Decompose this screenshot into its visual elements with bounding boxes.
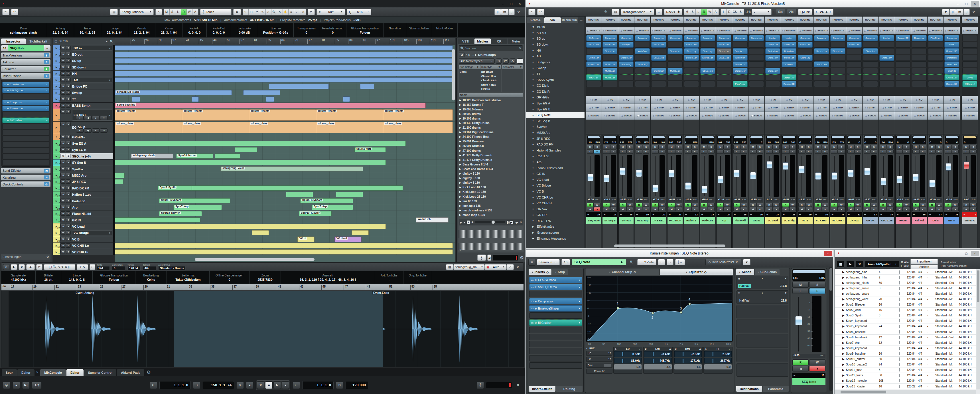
track-row-synvox[interactable]: ▶18msSynVox	[53, 166, 115, 172]
musical-mode-cell[interactable]	[898, 281, 905, 284]
insert-slot[interactable]	[749, 55, 764, 61]
inserts-rack-header[interactable]: INSERTS	[765, 27, 781, 34]
solo-button[interactable]: s	[66, 179, 71, 184]
write-button[interactable]: W	[724, 203, 731, 207]
track-color-tab[interactable]: ▶2	[53, 51, 60, 57]
strip-rack-header[interactable]: STRIP	[748, 104, 764, 112]
arrangement-lane[interactable]: Spur3 bassline	[115, 103, 455, 109]
insert-slot[interactable]	[749, 61, 764, 67]
channel-list-item[interactable]: ●VC Lead	[526, 177, 584, 183]
bypass-icon[interactable]: ▭	[4, 83, 6, 86]
info-field-transponieren[interactable]: Transponieren0	[294, 23, 319, 37]
insert-slot[interactable]: Multib...er	[668, 68, 682, 74]
filter-gear-icon[interactable]: ⚙	[510, 59, 516, 64]
tab-inserts[interactable]: ●Inserts◇	[529, 269, 552, 275]
track-row-eg-dis-r[interactable]: ▶12msEG Dis R●◀e∞	[53, 121, 115, 134]
tab-insert-effekte[interactable]: Insert-Effekte	[529, 386, 555, 392]
channel-list-item[interactable]: ●VC B	[526, 188, 584, 195]
solo-button[interactable]: S	[887, 145, 894, 149]
mute-button[interactable]: M	[792, 282, 809, 287]
mute-button[interactable]: M	[685, 145, 692, 149]
edit-button[interactable]: E	[708, 150, 714, 154]
insert-slot[interactable]: ▭eCompressor▼	[529, 298, 582, 305]
fader-db-value[interactable]: -9.38	[588, 198, 594, 203]
vertical-scrollbar[interactable]	[829, 267, 833, 391]
channel-list-item[interactable]: ●GR Vox	[526, 206, 584, 212]
editor-waveform[interactable]: Event-Anfang Event-Ende	[2, 291, 523, 367]
minimize-icon[interactable]: –	[954, 1, 962, 6]
arrangement-event[interactable]: Spur5_keyboard	[300, 198, 353, 203]
listen-button[interactable]: L	[963, 150, 970, 154]
insert-slot[interactable]	[879, 41, 894, 48]
fader-zone[interactable]	[700, 155, 715, 198]
automation-a-button[interactable]: A	[713, 9, 719, 15]
editor-field-tempo[interactable]: Tempo120.84	[127, 263, 140, 270]
channel-name-label[interactable]: Halion 6	[684, 217, 699, 224]
insert-slot[interactable]: StudioEQ	[635, 61, 650, 67]
mute-button[interactable]: M	[701, 145, 708, 149]
phase-button[interactable]: Phase 0°	[586, 368, 612, 374]
mute-button[interactable]: M	[929, 145, 935, 149]
fader-db-value[interactable]: -6.16	[637, 198, 643, 203]
strip-rack-header[interactable]: STRIP	[667, 104, 683, 112]
inserts-rack-header[interactable]: INSERTS	[846, 27, 862, 34]
channel-list-item[interactable]: ●TT	[526, 71, 584, 77]
channel-list-item[interactable]: ●Syn EG B	[526, 106, 584, 112]
tab-sampler-control[interactable]: Sampler Control	[84, 369, 117, 376]
info-field-zeitformat[interactable]: ZeitformatTakte+Zählzeiten	[167, 271, 210, 284]
mute-button[interactable]: m	[60, 250, 65, 254]
strip-rack-header[interactable]: STRIP	[602, 104, 618, 112]
insert-slot[interactable]	[896, 68, 910, 74]
arrangement-event[interactable]	[115, 179, 124, 184]
eq-rack-header[interactable]: EQ	[862, 96, 878, 104]
musical-mode-cell[interactable]	[898, 292, 905, 295]
channel-name-label[interactable]: VC B	[798, 217, 813, 224]
listen-button[interactable]: L	[847, 150, 854, 154]
info-field-datei[interactable]: Dateischlagzeug_slash	[0, 23, 47, 37]
close-icon[interactable]: ✕	[824, 251, 832, 256]
monitor-button[interactable]: ◀	[652, 207, 659, 211]
eq-rack-header[interactable]: EQ	[635, 96, 651, 104]
arrangement-lane[interactable]	[115, 96, 455, 102]
play-triangle-icon[interactable]: ▶	[459, 113, 461, 115]
link-label[interactable]: Link	[746, 10, 751, 13]
view-s-button[interactable]: S	[738, 9, 744, 15]
quantize-dropdown[interactable]: Q1/16◔	[347, 9, 371, 15]
post-insert-slot[interactable]	[798, 75, 813, 80]
solo-button[interactable]: S	[809, 282, 826, 287]
band-gain[interactable]: -2.8dB	[675, 351, 702, 357]
breadcrumb[interactable]: DrumLoops	[478, 53, 496, 56]
band-freq[interactable]: 448.7Hz	[644, 358, 671, 364]
play-triangle-icon[interactable]: ▶	[459, 209, 461, 212]
insert-slot[interactable]	[635, 41, 650, 48]
inserts-rack-header[interactable]: INSERTS	[602, 27, 618, 34]
undo-button[interactable]: ↶	[528, 9, 536, 15]
mute-button[interactable]: m	[60, 122, 65, 126]
strip-rack-header[interactable]: STRIP	[830, 104, 846, 112]
tab-sends[interactable]: ●Sends	[736, 269, 754, 275]
insert-slot[interactable]: Comp...or	[700, 35, 715, 41]
play-triangle-icon[interactable]: ▶	[459, 168, 461, 170]
insert-slot[interactable]: SSLE...eo	[716, 55, 731, 61]
pan-control[interactable]: L85R85	[636, 136, 649, 144]
read-button[interactable]: R	[619, 203, 626, 207]
insert-slot[interactable]: ▭eCompr...or▼	[2, 100, 49, 105]
play-triangle-icon[interactable]: ▶	[459, 154, 461, 156]
solo-button[interactable]: S	[724, 145, 731, 149]
monitor-button[interactable]: ◀	[831, 207, 838, 211]
dropdown-icon[interactable]: ▼	[46, 83, 48, 85]
insert-slot[interactable]	[963, 68, 977, 74]
tab-cue-sends[interactable]: ○Cue-Sends	[755, 269, 780, 275]
arrangement-lane[interactable]	[115, 172, 455, 179]
strip-rack-header[interactable]: STRIP	[928, 104, 943, 112]
insert-slot[interactable]: Distortion	[863, 48, 878, 54]
arrangement-event[interactable]: Spur13_Klavier	[159, 211, 202, 216]
arrangement-event[interactable]: Spur3 bassline	[115, 103, 426, 108]
routing-rack-header[interactable]: ROUTING	[618, 16, 634, 23]
band-freq[interactable]: 2627Hz	[704, 358, 732, 364]
stop-icon[interactable]: ■	[464, 221, 465, 224]
peak-value[interactable]: -oo	[840, 198, 844, 203]
post-insert-slot[interactable]: Stereo...er	[781, 75, 796, 80]
listen-button[interactable]: L	[831, 150, 838, 154]
record-enable-button[interactable]: ●	[756, 207, 763, 211]
